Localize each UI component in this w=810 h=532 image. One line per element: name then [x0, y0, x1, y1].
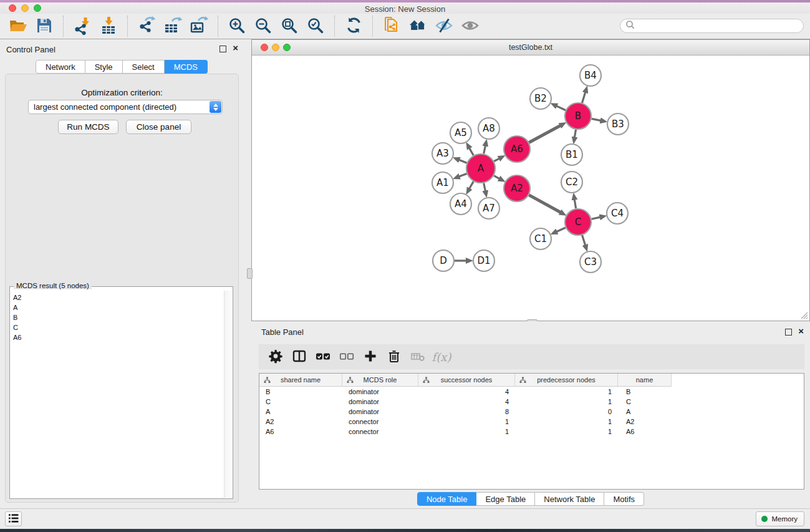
mcds-result-item[interactable]: C — [13, 322, 224, 332]
table-row[interactable]: Cdominator41C — [259, 397, 804, 407]
mcds-result-group-title: MCDS result (5 nodes) — [14, 282, 92, 289]
table-cell: 4 — [418, 387, 515, 397]
column-header[interactable]: successor nodes — [418, 374, 515, 387]
graph-edge-B-B1[interactable] — [574, 130, 576, 138]
graph-edge-A-A6[interactable] — [494, 158, 499, 162]
table-row[interactable]: Adominator80A — [259, 407, 804, 417]
table-cell: A2 — [259, 417, 342, 427]
export-table-button[interactable] — [160, 15, 186, 37]
graph-node-label: A8 — [483, 123, 495, 134]
graph-node-label: A1 — [436, 177, 449, 188]
first-neighbors-button[interactable] — [405, 15, 431, 37]
graph-node-label: A6 — [511, 143, 523, 155]
close-panel-button[interactable]: Close panel — [126, 120, 191, 134]
import-network-button[interactable] — [69, 15, 95, 37]
search-input[interactable] — [635, 21, 803, 32]
table-cell: 1 — [515, 427, 618, 437]
graph-edge-A-A1[interactable] — [459, 173, 466, 177]
mcds-result-item[interactable]: A2 — [13, 293, 224, 302]
graph-node-label: B3 — [612, 118, 624, 130]
network-from-selection-button[interactable] — [378, 15, 405, 37]
column-header[interactable]: shared name — [259, 374, 342, 387]
tab-style[interactable]: Style — [85, 60, 123, 74]
graph-edge-A-A7[interactable] — [484, 183, 486, 191]
zoom-out-icon — [254, 17, 272, 36]
graph-edge-B-B4[interactable] — [582, 92, 585, 103]
table-row[interactable]: A2connector11A2 — [259, 417, 804, 427]
tab-network[interactable]: Network — [36, 60, 85, 74]
vertical-splitter-handle[interactable] — [247, 268, 253, 279]
graph-edge-A-A5[interactable] — [470, 148, 474, 155]
tab-motifs[interactable]: Motifs — [604, 492, 644, 506]
network-canvas[interactable]: B4B2BB3A8A5A6A3B1AC2A1A2A4A7C4CC1C3DD1 — [252, 56, 809, 321]
desktop-wallpaper-bottom — [0, 529, 810, 532]
table-row[interactable]: Bdominator41B — [259, 387, 804, 397]
column-header[interactable]: name — [618, 374, 672, 387]
zoom-fit-button[interactable] — [276, 15, 302, 37]
table-cell: A — [618, 407, 672, 417]
zoom-in-button[interactable] — [224, 15, 250, 37]
deselect-all-button[interactable] — [335, 346, 359, 367]
graph-edge-C-C3[interactable] — [582, 235, 586, 245]
eye-slash-icon — [435, 17, 453, 36]
show-all-button[interactable] — [457, 15, 483, 37]
add-column-button[interactable] — [359, 346, 382, 367]
tab-edge-table[interactable]: Edge Table — [476, 492, 535, 506]
column-header[interactable]: predecessor nodes — [515, 374, 618, 387]
open-session-button[interactable] — [5, 15, 31, 37]
toolbar-separator — [334, 16, 335, 37]
network-graph: B4B2BB3A8A5A6A3B1AC2A1A2A4A7C4CC1C3DD1 — [252, 56, 809, 321]
graph-node-label: C2 — [566, 177, 578, 188]
save-session-button[interactable] — [31, 15, 57, 37]
zoom-out-button[interactable] — [250, 15, 276, 37]
run-mcds-button[interactable]: Run MCDS — [58, 120, 118, 134]
memory-button[interactable]: Memory — [756, 511, 804, 526]
column-header[interactable]: MCDS role — [342, 374, 418, 387]
show-tasks-button[interactable] — [5, 511, 22, 526]
graph-edge-A-A8[interactable] — [484, 145, 486, 153]
import-table-button[interactable] — [95, 15, 122, 37]
graph-edge-C-C1[interactable] — [557, 228, 566, 231]
graph-edge-A-A4[interactable] — [470, 181, 474, 189]
hide-selected-button[interactable] — [431, 15, 457, 37]
tab-select[interactable]: Select — [123, 60, 165, 74]
criterion-dropdown[interactable]: largest connected component (directed) — [28, 100, 223, 114]
float-table-panel-icon[interactable] — [785, 329, 792, 336]
tab-network-table[interactable]: Network Table — [535, 492, 604, 506]
graph-edge-C-C2[interactable] — [574, 200, 576, 209]
graph-edge-B-B3[interactable] — [592, 118, 601, 120]
plus-icon — [363, 349, 378, 365]
graph-node-label: C3 — [584, 256, 597, 268]
zoom-selected-button[interactable] — [302, 15, 329, 37]
graph-edge-A6-B[interactable] — [529, 125, 561, 142]
mcds-result-scrollbar[interactable] — [224, 291, 232, 498]
delete-columns-button[interactable] — [382, 346, 406, 367]
mcds-result-item[interactable]: B — [13, 312, 224, 322]
table-cell: A6 — [259, 427, 342, 437]
graph-node-label: C4 — [611, 208, 624, 219]
table-cell: A6 — [618, 427, 672, 437]
export-network-button[interactable] — [133, 15, 160, 37]
mcds-result-item[interactable]: A6 — [13, 332, 224, 342]
close-panel-icon[interactable]: × — [233, 42, 238, 54]
select-all-button[interactable] — [311, 346, 335, 367]
graph-edge-A2-C[interactable] — [529, 195, 561, 213]
table-cell: dominator — [342, 397, 418, 407]
graph-edge-B-B2[interactable] — [556, 106, 566, 110]
close-table-panel-icon[interactable]: × — [798, 326, 804, 337]
graph-edge-A-A3[interactable] — [459, 160, 467, 163]
graph-edge-C-C4[interactable] — [591, 217, 600, 219]
mcds-result-item[interactable]: A — [13, 302, 224, 312]
float-panel-icon[interactable] — [219, 46, 226, 52]
export-image-button[interactable] — [186, 15, 212, 37]
window-resize-grip[interactable] — [799, 311, 808, 319]
graph-node-label: C1 — [534, 233, 547, 244]
table-row[interactable]: A6connector11A6 — [259, 427, 804, 437]
show-columns-button[interactable] — [287, 346, 311, 367]
apply-layout-button[interactable] — [340, 15, 367, 37]
search-box — [620, 19, 804, 33]
graph-edge-A-A2[interactable] — [494, 176, 499, 179]
tab-mcds[interactable]: MCDS — [165, 60, 208, 74]
tab-node-table[interactable]: Node Table — [417, 492, 477, 506]
table-settings-button[interactable] — [264, 346, 287, 367]
